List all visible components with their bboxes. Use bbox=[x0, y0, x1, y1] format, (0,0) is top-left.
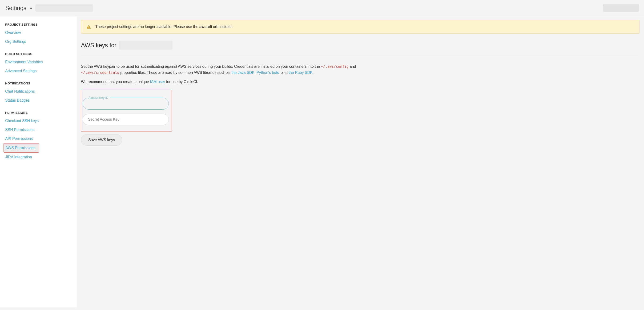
sidebar-section-project-settings: PROJECT SETTINGS bbox=[0, 21, 77, 28]
access-key-id-label: Access Key ID bbox=[87, 96, 110, 99]
warning-icon bbox=[86, 24, 91, 29]
sidebar-item-advanced-settings[interactable]: Advanced Settings bbox=[0, 66, 77, 75]
main-content: These project settings are no longer ava… bbox=[77, 16, 644, 308]
header-action-placeholder bbox=[603, 4, 639, 12]
deprecation-banner: These project settings are no longer ava… bbox=[81, 20, 640, 34]
section-heading-row: AWS keys for bbox=[81, 41, 640, 56]
project-name-placeholder bbox=[35, 4, 93, 12]
section-heading: AWS keys for bbox=[81, 42, 116, 49]
sidebar-item-environment-variables[interactable]: Environment Variables bbox=[0, 58, 77, 66]
sidebar-section-permissions: PERMISSIONS bbox=[0, 109, 77, 116]
link-ruby-sdk[interactable]: the Ruby SDK bbox=[288, 70, 312, 74]
access-key-field-wrap: Access Key ID bbox=[82, 96, 169, 110]
description-paragraph-1: Set the AWS keypair to be used for authe… bbox=[81, 63, 364, 75]
save-aws-keys-button[interactable]: Save AWS keys bbox=[81, 134, 122, 146]
sidebar: PROJECT SETTINGS Overview Org Settings B… bbox=[0, 16, 77, 308]
secret-access-key-input[interactable] bbox=[82, 114, 169, 125]
sidebar-item-chat-notifications[interactable]: Chat Notifications bbox=[0, 87, 77, 96]
sidebar-item-status-badges[interactable]: Status Badges bbox=[0, 96, 77, 105]
link-java-sdk[interactable]: the Java SDK bbox=[232, 70, 254, 74]
page-title: Settings bbox=[5, 5, 26, 11]
code-aws-config: ~/.aws/config bbox=[321, 64, 348, 69]
breadcrumb: Settings » bbox=[5, 4, 93, 12]
sidebar-section-notifications: NOTIFICATIONS bbox=[0, 80, 77, 87]
page-header: Settings » bbox=[0, 0, 644, 16]
sidebar-item-overview[interactable]: Overview bbox=[0, 28, 77, 37]
sidebar-item-jira-integration[interactable]: JIRA Integration bbox=[0, 153, 77, 162]
link-python-boto[interactable]: Python's boto bbox=[256, 70, 279, 74]
breadcrumb-separator: » bbox=[30, 6, 32, 10]
banner-text: These project settings are no longer ava… bbox=[95, 25, 232, 29]
sidebar-section-build-settings: BUILD SETTINGS bbox=[0, 50, 77, 58]
sidebar-item-checkout-ssh-keys[interactable]: Checkout SSH keys bbox=[0, 116, 77, 125]
sidebar-item-ssh-permissions[interactable]: SSH Permissions bbox=[0, 125, 77, 134]
description-paragraph-2: We recommend that you create a unique IA… bbox=[81, 79, 364, 85]
code-aws-credentials: ~/.aws/credentials bbox=[81, 70, 119, 75]
project-name-heading-placeholder bbox=[119, 41, 172, 50]
sidebar-item-aws-permissions-highlight: AWS Permissions bbox=[4, 143, 39, 153]
sidebar-item-api-permissions[interactable]: API Permissions bbox=[0, 134, 77, 143]
access-key-id-input[interactable] bbox=[83, 99, 168, 109]
sidebar-item-org-settings[interactable]: Org Settings bbox=[0, 37, 77, 46]
sidebar-item-aws-permissions[interactable]: AWS Permissions bbox=[4, 143, 38, 152]
aws-keys-form-highlight: Access Key ID bbox=[81, 90, 172, 131]
link-iam-user[interactable]: IAM user bbox=[150, 80, 165, 84]
